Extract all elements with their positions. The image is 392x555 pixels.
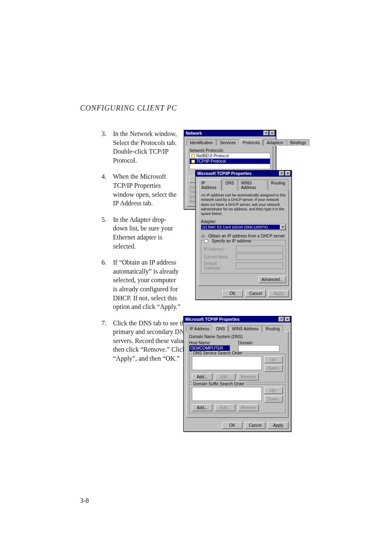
edit-button[interactable]: Edit...	[215, 404, 235, 411]
tcpip1-titlebar[interactable]: Microsoft TCP/IP Properties ? ×	[196, 170, 291, 177]
radio-specify-label: Specify an IP address	[212, 239, 251, 243]
tab-ip-address[interactable]: IP Address	[186, 325, 212, 332]
adapter-value: [1] SMC EZ Card 10/100 (SMC1255TX)	[201, 225, 280, 230]
host-name-label: Host Name:	[189, 341, 211, 345]
tcpip1-tabs: IP Address DNS WINS Address Routing	[198, 179, 289, 190]
tcpip-label: TCP/IP Protocol	[196, 159, 226, 164]
help-icon[interactable]: ?	[263, 131, 269, 136]
close-icon[interactable]: ×	[270, 131, 275, 136]
suffix-order-list[interactable]	[192, 387, 262, 401]
network-protocols-label: Network Protocols:	[189, 148, 270, 153]
advanced-button[interactable]: Advanced...	[258, 276, 286, 283]
step-number-5: 5.	[101, 215, 113, 251]
tab-routing[interactable]: Routing	[262, 325, 283, 332]
dns-order-list[interactable]	[192, 356, 262, 370]
ok-button[interactable]: OK	[222, 422, 242, 429]
ok-button[interactable]: OK	[222, 290, 243, 297]
svg-rect-1	[191, 160, 195, 163]
network-protocols-list[interactable]: NetBEUI Protocol TCP/IP Protocol	[189, 153, 270, 169]
remove-button[interactable]: Remove	[238, 404, 259, 411]
tab-services[interactable]: Services	[217, 139, 239, 146]
close-icon[interactable]: ×	[285, 171, 291, 176]
page-number: 3-8	[80, 497, 89, 504]
down-button[interactable]: Down↓	[264, 365, 283, 372]
chevron-down-icon[interactable]: ▾	[280, 224, 286, 230]
radio-obtain[interactable]	[201, 234, 205, 238]
apply-button[interactable]: Apply	[268, 422, 288, 429]
tcpip1-blurb: An IP address can be automatically assig…	[201, 193, 286, 216]
step-number-7: 7.	[101, 319, 113, 363]
list-item-netbeui[interactable]: NetBEUI Protocol	[190, 153, 270, 159]
help-icon[interactable]: ?	[279, 171, 284, 176]
network-tabs: Identification Services Protocols Adapte…	[187, 139, 273, 145]
step-text-4: When the Microsoft TCP/IP Properties win…	[113, 172, 181, 207]
adapter-label: Adapter:	[201, 219, 286, 224]
add-button[interactable]: Add...	[192, 404, 212, 411]
radio-obtain-label: Obtain an IP address from a DHCP server	[208, 234, 285, 238]
tab-bindings[interactable]: Bindings	[287, 139, 309, 146]
svg-rect-0	[191, 154, 195, 158]
tab-adapters[interactable]: Adapters	[263, 139, 286, 146]
up-button[interactable]: Up↑	[264, 387, 283, 394]
radio-specify[interactable]	[204, 239, 208, 243]
help-icon[interactable]: ?	[279, 317, 284, 322]
step-number-3: 3.	[101, 129, 113, 165]
tcpip1-title: Microsoft TCP/IP Properties	[197, 171, 251, 176]
apply-button[interactable]: Apply	[268, 290, 289, 297]
netbeui-label: NetBEUI Protocol	[196, 154, 228, 158]
tab-dns[interactable]: DNS	[213, 325, 228, 332]
step-text-3: In the Network window, Select the Protoc…	[113, 129, 181, 165]
cancel-button[interactable]: Cancel	[245, 290, 266, 297]
up-button[interactable]: Up↑	[264, 356, 283, 363]
network-title: Network	[186, 131, 202, 136]
gateway-label: Default Gateway:	[204, 261, 234, 270]
step-text-6: If “Obtain an IP address automatically” …	[113, 258, 181, 311]
subnet-label: Subnet Mask:	[204, 255, 234, 259]
network-titlebar[interactable]: Network ? ×	[184, 130, 276, 136]
tcpip2-title: Microsoft TCP/IP Properties	[185, 317, 240, 322]
close-icon[interactable]: ×	[285, 317, 290, 322]
tab-wins[interactable]: WINS Address	[228, 325, 262, 332]
list-item-tcpip[interactable]: TCP/IP Protocol	[190, 159, 270, 164]
dns-search-order-label: DNS Service Search Order	[192, 351, 244, 355]
tcpip-properties-window-dns: Microsoft TCP/IP Properties ? × IP Addre…	[183, 316, 291, 432]
ip-address-field	[236, 246, 283, 252]
tab-dns[interactable]: DNS	[222, 180, 237, 191]
domain-field[interactable]	[238, 345, 279, 352]
page-header: CONFIGURING CLIENT PC	[80, 104, 177, 113]
gateway-field	[236, 263, 283, 269]
tcpip2-tabs: IP Address DNS WINS Address Routing	[186, 325, 288, 332]
suffix-search-order-label: Domain Suffix Search Order	[192, 382, 246, 386]
tcpip-properties-window-ip: Microsoft TCP/IP Properties ? × IP Addre…	[195, 170, 292, 300]
step-number-4: 4.	[101, 172, 113, 207]
step-number-6: 6.	[101, 258, 113, 311]
protocol-icon	[191, 159, 195, 164]
ip-address-label: IP Address:	[204, 247, 234, 251]
dns-group-label: Domain Name System (DNS)	[189, 334, 286, 339]
tab-protocols[interactable]: Protocols	[240, 139, 263, 146]
cancel-button[interactable]: Cancel	[245, 422, 265, 429]
step-text-5: In the Adapter drop-down list, be sure y…	[113, 215, 181, 251]
tcpip2-titlebar[interactable]: Microsoft TCP/IP Properties ? ×	[184, 316, 291, 322]
add-button[interactable]: Add...	[192, 373, 212, 380]
remove-button[interactable]: Remove	[238, 373, 259, 380]
down-button[interactable]: Down↓	[264, 396, 283, 403]
adapter-select[interactable]: [1] SMC EZ Card 10/100 (SMC1255TX) ▾	[201, 224, 286, 230]
tab-routing[interactable]: Routing	[268, 180, 288, 191]
domain-label: Domain:	[238, 341, 254, 345]
subnet-field	[236, 253, 283, 260]
tab-identification[interactable]: Identification	[187, 139, 216, 146]
edit-button[interactable]: Edit...	[215, 373, 235, 380]
protocol-icon	[191, 154, 195, 158]
tab-ip-address[interactable]: IP Address	[198, 180, 221, 191]
tab-wins[interactable]: WINS Address	[238, 180, 267, 191]
